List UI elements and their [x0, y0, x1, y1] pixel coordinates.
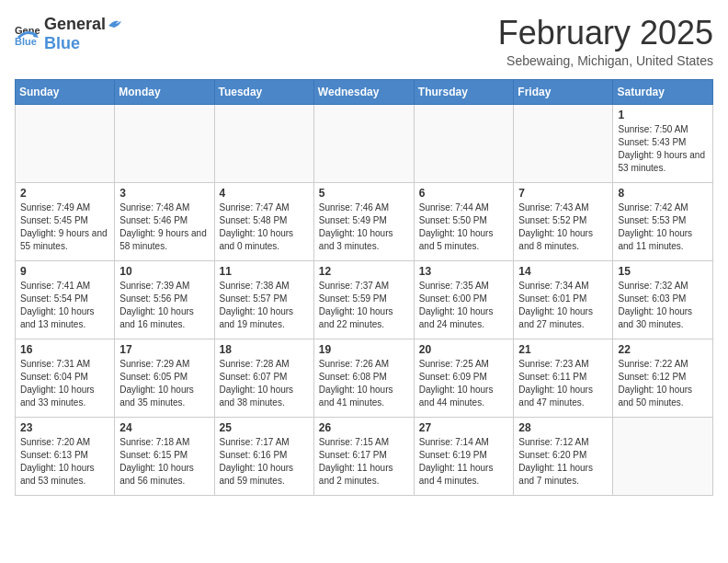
day-number: 24 [119, 421, 209, 434]
calendar-cell: 4Sunrise: 7:47 AMSunset: 5:48 PMDaylight… [214, 182, 313, 260]
calendar-cell: 16Sunrise: 7:31 AMSunset: 6:04 PMDayligh… [16, 339, 115, 417]
calendar-cell: 11Sunrise: 7:38 AMSunset: 5:57 PMDayligh… [214, 260, 313, 339]
week-row-3: 9Sunrise: 7:41 AMSunset: 5:54 PMDaylight… [16, 260, 713, 339]
logo-text-blue: Blue [44, 34, 123, 53]
day-number: 14 [518, 265, 608, 278]
day-info: Sunrise: 7:32 AMSunset: 6:03 PMDaylight:… [618, 280, 708, 331]
calendar-cell: 5Sunrise: 7:46 AMSunset: 5:49 PMDaylight… [313, 182, 414, 260]
calendar-cell: 15Sunrise: 7:32 AMSunset: 6:03 PMDayligh… [613, 260, 713, 339]
column-header-thursday: Thursday [414, 79, 514, 104]
day-number: 20 [419, 343, 509, 356]
day-number: 5 [319, 187, 409, 200]
week-row-2: 2Sunrise: 7:49 AMSunset: 5:45 PMDaylight… [16, 182, 713, 260]
calendar-cell: 20Sunrise: 7:25 AMSunset: 6:09 PMDayligh… [414, 339, 514, 417]
day-number: 11 [220, 265, 309, 278]
page-header: General Blue General Blue February 2025 … [15, 15, 713, 68]
day-number: 28 [518, 421, 608, 434]
day-info: Sunrise: 7:18 AMSunset: 6:15 PMDaylight:… [119, 436, 209, 488]
svg-text:Blue: Blue [15, 36, 37, 47]
day-number: 8 [618, 187, 708, 200]
calendar-cell: 17Sunrise: 7:29 AMSunset: 6:05 PMDayligh… [115, 339, 214, 417]
column-header-wednesday: Wednesday [313, 79, 414, 104]
calendar-cell: 6Sunrise: 7:44 AMSunset: 5:50 PMDaylight… [414, 182, 514, 260]
calendar-cell: 26Sunrise: 7:15 AMSunset: 6:17 PMDayligh… [313, 417, 414, 495]
calendar-cell: 22Sunrise: 7:22 AMSunset: 6:12 PMDayligh… [613, 339, 713, 417]
day-info: Sunrise: 7:46 AMSunset: 5:49 PMDaylight:… [319, 201, 409, 253]
column-header-saturday: Saturday [613, 79, 713, 104]
day-number: 7 [518, 187, 608, 200]
day-info: Sunrise: 7:44 AMSunset: 5:50 PMDaylight:… [419, 201, 509, 253]
day-number: 19 [319, 343, 409, 356]
day-number: 3 [119, 187, 209, 200]
day-number: 4 [220, 187, 309, 200]
day-number: 27 [419, 421, 509, 434]
week-row-4: 16Sunrise: 7:31 AMSunset: 6:04 PMDayligh… [16, 339, 713, 417]
calendar-cell: 1Sunrise: 7:50 AMSunset: 5:43 PMDaylight… [613, 104, 713, 182]
day-number: 22 [618, 343, 708, 356]
column-header-monday: Monday [115, 79, 214, 104]
calendar-cell: 12Sunrise: 7:37 AMSunset: 5:59 PMDayligh… [313, 260, 414, 339]
calendar-cell [514, 104, 613, 182]
calendar-cell: 7Sunrise: 7:43 AMSunset: 5:52 PMDaylight… [514, 182, 613, 260]
day-info: Sunrise: 7:39 AMSunset: 5:56 PMDaylight:… [119, 280, 209, 331]
day-info: Sunrise: 7:34 AMSunset: 6:01 PMDaylight:… [518, 280, 608, 331]
day-number: 23 [20, 421, 109, 434]
calendar-cell [414, 104, 514, 182]
calendar-subtitle: Sebewaing, Michigan, United States [498, 53, 713, 68]
day-number: 1 [618, 109, 708, 121]
day-number: 10 [119, 265, 209, 278]
calendar-cell: 23Sunrise: 7:20 AMSunset: 6:13 PMDayligh… [16, 417, 115, 495]
day-number: 15 [618, 265, 708, 278]
day-number: 6 [419, 187, 509, 200]
day-info: Sunrise: 7:20 AMSunset: 6:13 PMDaylight:… [20, 436, 109, 488]
day-info: Sunrise: 7:47 AMSunset: 5:48 PMDaylight:… [220, 201, 309, 253]
day-info: Sunrise: 7:17 AMSunset: 6:16 PMDaylight:… [220, 436, 309, 488]
column-header-friday: Friday [514, 79, 613, 104]
day-number: 25 [220, 421, 309, 434]
logo-text-general: General [44, 15, 106, 34]
column-header-sunday: Sunday [16, 79, 115, 104]
calendar-cell: 19Sunrise: 7:26 AMSunset: 6:08 PMDayligh… [313, 339, 414, 417]
day-info: Sunrise: 7:22 AMSunset: 6:12 PMDaylight:… [618, 358, 708, 409]
day-info: Sunrise: 7:42 AMSunset: 5:53 PMDaylight:… [618, 201, 708, 253]
calendar-cell: 21Sunrise: 7:23 AMSunset: 6:11 PMDayligh… [514, 339, 613, 417]
calendar-cell: 8Sunrise: 7:42 AMSunset: 5:53 PMDaylight… [613, 182, 713, 260]
column-header-tuesday: Tuesday [214, 79, 313, 104]
week-row-5: 23Sunrise: 7:20 AMSunset: 6:13 PMDayligh… [16, 417, 713, 495]
day-number: 16 [20, 343, 109, 356]
day-info: Sunrise: 7:26 AMSunset: 6:08 PMDaylight:… [319, 358, 409, 409]
day-info: Sunrise: 7:38 AMSunset: 5:57 PMDaylight:… [220, 280, 309, 331]
logo: General Blue General Blue [15, 15, 123, 53]
day-info: Sunrise: 7:37 AMSunset: 5:59 PMDaylight:… [319, 280, 409, 331]
day-info: Sunrise: 7:23 AMSunset: 6:11 PMDaylight:… [518, 358, 608, 409]
logo-icon: General Blue [15, 21, 40, 47]
calendar-cell: 28Sunrise: 7:12 AMSunset: 6:20 PMDayligh… [514, 417, 613, 495]
day-info: Sunrise: 7:41 AMSunset: 5:54 PMDaylight:… [20, 280, 109, 331]
day-info: Sunrise: 7:15 AMSunset: 6:17 PMDaylight:… [319, 436, 409, 488]
calendar-cell: 24Sunrise: 7:18 AMSunset: 6:15 PMDayligh… [115, 417, 214, 495]
day-info: Sunrise: 7:50 AMSunset: 5:43 PMDaylight:… [618, 123, 708, 175]
day-info: Sunrise: 7:49 AMSunset: 5:45 PMDaylight:… [20, 201, 109, 253]
title-block: February 2025 Sebewaing, Michigan, Unite… [498, 15, 713, 68]
calendar-cell: 18Sunrise: 7:28 AMSunset: 6:07 PMDayligh… [214, 339, 313, 417]
day-number: 12 [319, 265, 409, 278]
day-number: 2 [20, 187, 109, 200]
calendar-cell [115, 104, 214, 182]
day-number: 18 [220, 343, 309, 356]
calendar-cell: 9Sunrise: 7:41 AMSunset: 5:54 PMDaylight… [16, 260, 115, 339]
calendar-cell [16, 104, 115, 182]
calendar-table: SundayMondayTuesdayWednesdayThursdayFrid… [15, 79, 713, 496]
logo-bird-icon [107, 15, 123, 29]
day-number: 17 [119, 343, 209, 356]
day-number: 9 [20, 265, 109, 278]
day-info: Sunrise: 7:28 AMSunset: 6:07 PMDaylight:… [220, 358, 309, 409]
calendar-cell: 3Sunrise: 7:48 AMSunset: 5:46 PMDaylight… [115, 182, 214, 260]
calendar-cell: 27Sunrise: 7:14 AMSunset: 6:19 PMDayligh… [414, 417, 514, 495]
calendar-cell: 2Sunrise: 7:49 AMSunset: 5:45 PMDaylight… [16, 182, 115, 260]
day-info: Sunrise: 7:25 AMSunset: 6:09 PMDaylight:… [419, 358, 509, 409]
calendar-cell: 25Sunrise: 7:17 AMSunset: 6:16 PMDayligh… [214, 417, 313, 495]
day-info: Sunrise: 7:31 AMSunset: 6:04 PMDaylight:… [20, 358, 109, 409]
calendar-cell: 10Sunrise: 7:39 AMSunset: 5:56 PMDayligh… [115, 260, 214, 339]
calendar-cell: 13Sunrise: 7:35 AMSunset: 6:00 PMDayligh… [414, 260, 514, 339]
day-info: Sunrise: 7:29 AMSunset: 6:05 PMDaylight:… [119, 358, 209, 409]
